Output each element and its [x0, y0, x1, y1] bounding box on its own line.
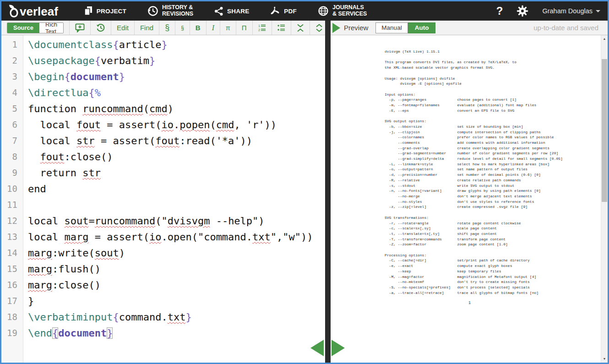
- code-line[interactable]: fout:close(): [28, 149, 325, 165]
- code-line[interactable]: \end{document}: [28, 325, 325, 341]
- collapse-all-button[interactable]: [291, 21, 310, 35]
- edit-button[interactable]: Edit: [111, 21, 135, 35]
- top-header: verleaf PROJECT HISTORY &REVISIONS: [1, 1, 608, 21]
- code-line[interactable]: \documentclass{article}: [28, 37, 325, 53]
- find-button[interactable]: Find: [135, 21, 159, 35]
- bullet-list-icon: [277, 24, 285, 32]
- line-number: 8: [1, 149, 23, 165]
- code-line[interactable]: return str: [28, 165, 325, 181]
- pdf-icon: [270, 6, 280, 16]
- display-math-button[interactable]: Π: [236, 21, 253, 35]
- expand-preview-arrow[interactable]: [332, 340, 345, 356]
- line-number: 11: [1, 197, 23, 213]
- overleaf-leaf-icon: [8, 4, 20, 18]
- inline-math-button[interactable]: π: [220, 21, 236, 35]
- line-number: 18: [1, 309, 23, 325]
- line-number: 14: [1, 245, 23, 261]
- logo-wordmark: verleaf: [20, 5, 58, 18]
- code-line[interactable]: marg:close(): [28, 277, 325, 293]
- expand-right-arrow[interactable]: [332, 23, 340, 33]
- code-line[interactable]: \begin{document}: [28, 69, 325, 85]
- bullet-list-button[interactable]: [272, 21, 291, 35]
- caret-down-icon: [596, 10, 600, 12]
- collapse-editor-arrow[interactable]: [310, 340, 324, 356]
- nav-share[interactable]: SHARE: [214, 6, 249, 16]
- add-comment-icon: [75, 23, 85, 33]
- code-line[interactable]: }: [28, 293, 325, 309]
- code-line[interactable]: local fout = assert(io.popen(cmd, 'r')): [28, 117, 325, 133]
- line-number: 7: [1, 133, 23, 149]
- history-icon: [147, 5, 158, 16]
- preview-toolbar: Preview Manual Auto up-to-date and saved: [331, 21, 608, 35]
- share-icon: [214, 6, 223, 16]
- line-number: 6: [1, 117, 23, 133]
- subsection-button[interactable]: §: [175, 21, 190, 35]
- code-line[interactable]: marg:flush(): [28, 261, 325, 277]
- help-icon[interactable]: ?: [496, 5, 503, 17]
- line-number: 19: [1, 325, 23, 341]
- code-line[interactable]: local sout=runcommand("dvisvgm --help"): [28, 213, 325, 229]
- pdf-text: dvisvgm (TeX Live) 1.15.1 This program c…: [385, 49, 608, 295]
- code-line[interactable]: \directlua{%: [28, 85, 325, 101]
- gear-icon[interactable]: [517, 5, 528, 17]
- gutter: 12345678910111213141516171819: [1, 35, 23, 363]
- preview-pane: Preview Manual Auto up-to-date and saved…: [331, 21, 608, 363]
- pdf-page-number: 1: [385, 301, 555, 305]
- code-line[interactable]: local str = assert(fout:read('*a')): [28, 133, 325, 149]
- line-number: 4: [1, 85, 23, 101]
- preview-scrollbar[interactable]: ▲ ▼: [601, 35, 608, 363]
- pdf-preview: dvisvgm (TeX Live) 1.15.1 This program c…: [331, 35, 608, 363]
- numbered-list-icon: 1 2: [258, 24, 266, 32]
- line-number: 10: [1, 181, 23, 197]
- nav-journals-services[interactable]: JOURNALS& SERVICES: [318, 5, 367, 17]
- add-comment-button[interactable]: [70, 21, 91, 35]
- compile-mode-toggle: Manual Auto: [375, 22, 435, 33]
- overleaf-window: verleaf PROJECT HISTORY &REVISIONS: [0, 0, 609, 364]
- svg-text:2: 2: [258, 28, 260, 32]
- scroll-down-arrow[interactable]: ▼: [601, 357, 608, 361]
- italic-button[interactable]: I: [207, 21, 220, 35]
- code-line[interactable]: marg:write(sout): [28, 245, 325, 261]
- code-line[interactable]: \usepackage{verbatim}: [28, 53, 325, 69]
- line-number: 12: [1, 213, 23, 229]
- line-number: 13: [1, 229, 23, 245]
- user-menu[interactable]: Graham Douglas: [542, 7, 600, 15]
- rich-text-mode-button[interactable]: Rich Text: [39, 23, 63, 33]
- line-number: 1: [1, 37, 23, 53]
- bold-button[interactable]: B: [190, 21, 207, 35]
- line-number: 2: [1, 53, 23, 69]
- manual-compile-button[interactable]: Manual: [375, 22, 408, 33]
- line-number: 5: [1, 101, 23, 117]
- line-number: 17: [1, 293, 23, 309]
- track-changes-icon: [96, 23, 105, 33]
- code-line[interactable]: function runcommand(cmd): [28, 101, 325, 117]
- nav-project[interactable]: PROJECT: [84, 6, 126, 16]
- svg-text:1: 1: [258, 24, 260, 28]
- scroll-up-arrow[interactable]: ▲: [601, 37, 608, 41]
- code-line[interactable]: [28, 197, 325, 213]
- editor-pane: Source Rich Text: [1, 21, 325, 363]
- section-button[interactable]: §: [159, 21, 175, 35]
- code-line[interactable]: local marg = assert(io.open("command.txt…: [28, 229, 325, 245]
- scrollbar-thumb[interactable]: [602, 59, 607, 202]
- line-number: 15: [1, 261, 23, 277]
- source-mode-button[interactable]: Source: [7, 23, 39, 33]
- nav-pdf[interactable]: PDF: [270, 6, 297, 16]
- overleaf-logo[interactable]: verleaf: [8, 4, 58, 18]
- collapse-icon: [297, 24, 304, 32]
- auto-compile-button[interactable]: Auto: [408, 22, 436, 33]
- expand-icon: [315, 24, 323, 32]
- code-line[interactable]: end: [28, 181, 325, 197]
- pane-divider[interactable]: [325, 21, 331, 363]
- line-number: 16: [1, 277, 23, 293]
- code-area[interactable]: \documentclass{article}\usepackage{verba…: [23, 35, 325, 363]
- preview-label: Preview: [344, 24, 368, 32]
- nav-history-revisions[interactable]: HISTORY &REVISIONS: [147, 5, 193, 17]
- code-line[interactable]: \verbatiminput{command.txt}: [28, 309, 325, 325]
- numbered-list-button[interactable]: 1 2: [253, 21, 272, 35]
- code-editor[interactable]: 12345678910111213141516171819 \documentc…: [1, 35, 325, 363]
- journals-icon: [318, 5, 329, 16]
- project-icon: [84, 6, 93, 16]
- save-status: up-to-date and saved: [533, 24, 598, 32]
- track-changes-button[interactable]: [91, 21, 111, 35]
